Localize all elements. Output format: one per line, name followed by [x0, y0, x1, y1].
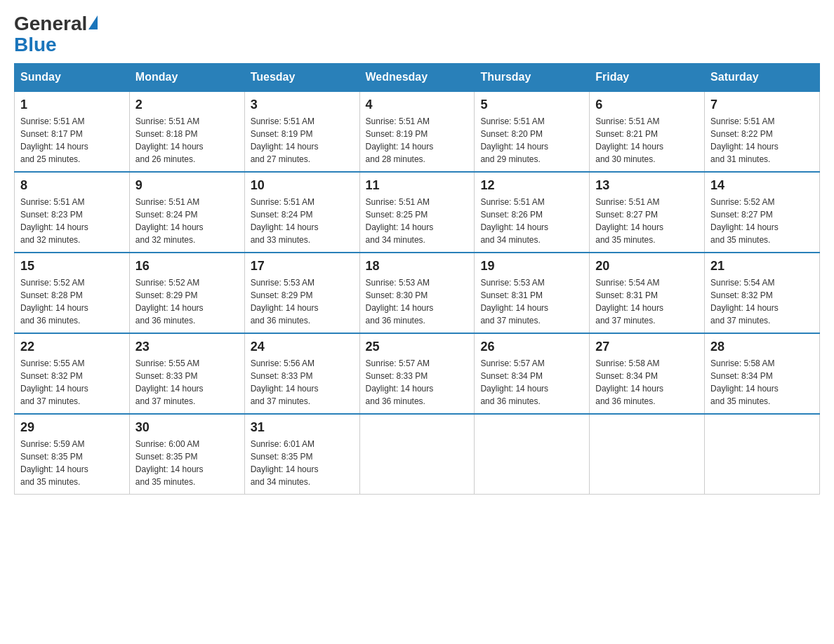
page-header: General Blue — [14, 14, 820, 56]
day-number: 11 — [366, 178, 469, 193]
day-number: 4 — [366, 98, 469, 112]
day-number: 1 — [20, 98, 124, 112]
day-number: 10 — [251, 178, 354, 193]
day-info: Sunrise: 5:58 AMSunset: 8:34 PMDaylight:… — [710, 357, 814, 408]
calendar-cell: 24Sunrise: 5:56 AMSunset: 8:33 PMDayligh… — [244, 333, 359, 414]
day-info: Sunrise: 5:55 AMSunset: 8:32 PMDaylight:… — [20, 357, 124, 408]
day-info: Sunrise: 5:51 AMSunset: 8:26 PMDaylight:… — [480, 196, 583, 246]
day-info: Sunrise: 5:51 AMSunset: 8:21 PMDaylight:… — [595, 115, 699, 166]
calendar-cell — [359, 414, 475, 495]
day-info: Sunrise: 5:51 AMSunset: 8:24 PMDaylight:… — [135, 196, 239, 246]
calendar-cell: 2Sunrise: 5:51 AMSunset: 8:18 PMDaylight… — [129, 91, 244, 172]
day-of-week-header: Monday — [129, 64, 244, 92]
day-of-week-header: Friday — [590, 64, 705, 92]
day-info: Sunrise: 5:51 AMSunset: 8:20 PMDaylight:… — [480, 115, 583, 166]
calendar-cell: 9Sunrise: 5:51 AMSunset: 8:24 PMDaylight… — [129, 172, 244, 253]
day-number: 31 — [251, 420, 354, 435]
calendar-cell: 26Sunrise: 5:57 AMSunset: 8:34 PMDayligh… — [475, 333, 590, 414]
day-number: 22 — [20, 340, 124, 354]
day-number: 15 — [20, 259, 124, 274]
calendar-week-row: 1Sunrise: 5:51 AMSunset: 8:17 PMDaylight… — [15, 91, 820, 172]
day-number: 13 — [595, 178, 699, 193]
calendar-cell: 4Sunrise: 5:51 AMSunset: 8:19 PMDaylight… — [359, 91, 475, 172]
calendar-week-row: 15Sunrise: 5:52 AMSunset: 8:28 PMDayligh… — [15, 253, 820, 333]
calendar-cell: 13Sunrise: 5:51 AMSunset: 8:27 PMDayligh… — [590, 172, 705, 253]
day-info: Sunrise: 5:56 AMSunset: 8:33 PMDaylight:… — [251, 357, 354, 408]
day-number: 29 — [20, 420, 124, 435]
day-number: 9 — [135, 178, 239, 193]
day-of-week-header: Saturday — [705, 64, 820, 92]
day-number: 2 — [135, 98, 239, 112]
calendar-week-row: 22Sunrise: 5:55 AMSunset: 8:32 PMDayligh… — [15, 333, 820, 414]
day-info: Sunrise: 5:52 AMSunset: 8:27 PMDaylight:… — [710, 196, 814, 246]
calendar-cell: 1Sunrise: 5:51 AMSunset: 8:17 PMDaylight… — [15, 91, 130, 172]
calendar-cell: 16Sunrise: 5:52 AMSunset: 8:29 PMDayligh… — [129, 253, 244, 333]
day-of-week-header: Tuesday — [244, 64, 359, 92]
calendar-cell — [590, 414, 705, 495]
day-info: Sunrise: 5:51 AMSunset: 8:18 PMDaylight:… — [135, 115, 239, 166]
day-number: 17 — [251, 259, 354, 274]
calendar-cell: 29Sunrise: 5:59 AMSunset: 8:35 PMDayligh… — [15, 414, 130, 495]
calendar-cell: 23Sunrise: 5:55 AMSunset: 8:33 PMDayligh… — [129, 333, 244, 414]
day-info: Sunrise: 5:51 AMSunset: 8:24 PMDaylight:… — [251, 196, 354, 246]
day-info: Sunrise: 5:51 AMSunset: 8:19 PMDaylight:… — [251, 115, 354, 166]
day-info: Sunrise: 5:51 AMSunset: 8:27 PMDaylight:… — [595, 196, 699, 246]
calendar-cell: 19Sunrise: 5:53 AMSunset: 8:31 PMDayligh… — [475, 253, 590, 333]
day-info: Sunrise: 5:57 AMSunset: 8:33 PMDaylight:… — [366, 357, 469, 408]
day-number: 21 — [710, 259, 814, 274]
calendar-cell: 30Sunrise: 6:00 AMSunset: 8:35 PMDayligh… — [129, 414, 244, 495]
calendar-cell: 8Sunrise: 5:51 AMSunset: 8:23 PMDaylight… — [15, 172, 130, 253]
day-number: 3 — [251, 98, 354, 112]
day-info: Sunrise: 5:51 AMSunset: 8:23 PMDaylight:… — [20, 196, 124, 246]
day-of-week-header: Sunday — [15, 64, 130, 92]
day-info: Sunrise: 5:51 AMSunset: 8:25 PMDaylight:… — [366, 196, 469, 246]
calendar-cell: 21Sunrise: 5:54 AMSunset: 8:32 PMDayligh… — [705, 253, 820, 333]
calendar-week-row: 8Sunrise: 5:51 AMSunset: 8:23 PMDaylight… — [15, 172, 820, 253]
day-info: Sunrise: 5:53 AMSunset: 8:31 PMDaylight:… — [480, 276, 583, 327]
calendar-cell: 31Sunrise: 6:01 AMSunset: 8:35 PMDayligh… — [244, 414, 359, 495]
day-info: Sunrise: 5:51 AMSunset: 8:17 PMDaylight:… — [20, 115, 124, 166]
calendar-cell: 12Sunrise: 5:51 AMSunset: 8:26 PMDayligh… — [475, 172, 590, 253]
day-number: 14 — [710, 178, 814, 193]
calendar-cell: 22Sunrise: 5:55 AMSunset: 8:32 PMDayligh… — [15, 333, 130, 414]
calendar-header-row: SundayMondayTuesdayWednesdayThursdayFrid… — [15, 64, 820, 92]
day-info: Sunrise: 5:52 AMSunset: 8:29 PMDaylight:… — [135, 276, 239, 327]
calendar-cell: 18Sunrise: 5:53 AMSunset: 8:30 PMDayligh… — [359, 253, 475, 333]
calendar-cell: 17Sunrise: 5:53 AMSunset: 8:29 PMDayligh… — [244, 253, 359, 333]
day-info: Sunrise: 5:53 AMSunset: 8:29 PMDaylight:… — [251, 276, 354, 327]
day-info: Sunrise: 5:51 AMSunset: 8:22 PMDaylight:… — [710, 115, 814, 166]
calendar-cell: 15Sunrise: 5:52 AMSunset: 8:28 PMDayligh… — [15, 253, 130, 333]
day-info: Sunrise: 5:54 AMSunset: 8:31 PMDaylight:… — [595, 276, 699, 327]
calendar-cell: 5Sunrise: 5:51 AMSunset: 8:20 PMDaylight… — [475, 91, 590, 172]
day-info: Sunrise: 6:01 AMSunset: 8:35 PMDaylight:… — [251, 438, 354, 488]
day-number: 28 — [710, 340, 814, 354]
day-info: Sunrise: 5:53 AMSunset: 8:30 PMDaylight:… — [366, 276, 469, 327]
day-number: 18 — [366, 259, 469, 274]
calendar-cell — [475, 414, 590, 495]
day-number: 27 — [595, 340, 699, 354]
calendar-cell: 28Sunrise: 5:58 AMSunset: 8:34 PMDayligh… — [705, 333, 820, 414]
calendar-cell: 7Sunrise: 5:51 AMSunset: 8:22 PMDaylight… — [705, 91, 820, 172]
day-number: 8 — [20, 178, 124, 193]
day-number: 5 — [480, 98, 583, 112]
logo: General Blue — [14, 14, 99, 56]
logo-general-text: General — [14, 14, 87, 34]
calendar-week-row: 29Sunrise: 5:59 AMSunset: 8:35 PMDayligh… — [15, 414, 820, 495]
calendar-cell: 27Sunrise: 5:58 AMSunset: 8:34 PMDayligh… — [590, 333, 705, 414]
day-number: 24 — [251, 340, 354, 354]
day-number: 25 — [366, 340, 469, 354]
day-info: Sunrise: 5:59 AMSunset: 8:35 PMDaylight:… — [20, 438, 124, 488]
day-number: 12 — [480, 178, 583, 193]
day-info: Sunrise: 5:52 AMSunset: 8:28 PMDaylight:… — [20, 276, 124, 327]
day-info: Sunrise: 6:00 AMSunset: 8:35 PMDaylight:… — [135, 438, 239, 488]
calendar-cell: 6Sunrise: 5:51 AMSunset: 8:21 PMDaylight… — [590, 91, 705, 172]
day-info: Sunrise: 5:54 AMSunset: 8:32 PMDaylight:… — [710, 276, 814, 327]
calendar-cell — [705, 414, 820, 495]
calendar-cell: 3Sunrise: 5:51 AMSunset: 8:19 PMDaylight… — [244, 91, 359, 172]
day-number: 7 — [710, 98, 814, 112]
day-info: Sunrise: 5:57 AMSunset: 8:34 PMDaylight:… — [480, 357, 583, 408]
calendar-cell: 20Sunrise: 5:54 AMSunset: 8:31 PMDayligh… — [590, 253, 705, 333]
day-number: 16 — [135, 259, 239, 274]
day-number: 30 — [135, 420, 239, 435]
calendar-cell: 11Sunrise: 5:51 AMSunset: 8:25 PMDayligh… — [359, 172, 475, 253]
